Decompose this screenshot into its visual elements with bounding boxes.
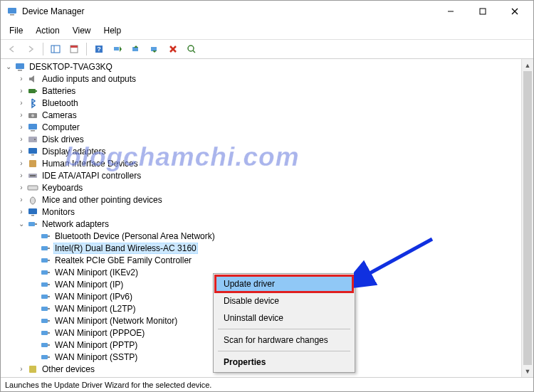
svg-rect-43	[48, 248, 50, 249]
scan-button[interactable]	[109, 41, 126, 57]
scroll-down-icon[interactable]: ▼	[522, 365, 533, 377]
uninstall-button[interactable]	[164, 41, 182, 57]
back-button[interactable]	[4, 41, 21, 57]
tree-device[interactable]: Realtek PCIe GbE Family Controller	[28, 254, 532, 266]
collapse-icon[interactable]: ⌄	[4, 63, 14, 70]
tree-panel[interactable]: ⌄ DESKTOP-TVAG3KQ ›Audio inputs and outp…	[1, 59, 533, 377]
category-icon	[27, 206, 38, 218]
scroll-up-icon[interactable]: ▲	[522, 59, 533, 71]
expand-icon[interactable]: ›	[16, 111, 26, 119]
context-update-driver[interactable]: Update driver	[215, 275, 353, 292]
expand-icon[interactable]: ›	[16, 184, 26, 191]
menu-view[interactable]: View	[67, 23, 97, 38]
svg-rect-52	[41, 307, 48, 311]
tree-label: Network adapters	[41, 219, 110, 229]
svg-rect-37	[31, 215, 34, 216]
svg-rect-38	[28, 222, 35, 226]
svg-point-17	[188, 46, 194, 51]
expand-icon[interactable]: ›	[16, 87, 26, 95]
expand-icon[interactable]: ›	[16, 208, 26, 216]
tree-label: WAN Miniport (PPPOE)	[53, 328, 146, 338]
disable-device-button[interactable]	[146, 41, 163, 57]
tree-device[interactable]: Intel(R) Dual Band Wireless-AC 3160	[28, 242, 532, 254]
svg-rect-21	[28, 89, 36, 93]
expand-icon[interactable]: ›	[16, 123, 26, 131]
properties-button[interactable]	[66, 41, 83, 57]
category-icon	[27, 158, 38, 169]
expand-icon[interactable]: ›	[16, 135, 26, 143]
toolbar: ?	[1, 40, 533, 59]
context-separator	[218, 351, 350, 351]
network-adapter-icon	[40, 255, 51, 266]
category-icon	[27, 170, 38, 181]
expand-icon[interactable]: ›	[16, 365, 26, 373]
tree-category[interactable]: ›Computer	[15, 121, 532, 133]
update-driver-button[interactable]	[127, 41, 145, 57]
toolbar-separator	[43, 43, 43, 55]
tree-label: WAN Miniport (SSTP)	[53, 352, 139, 362]
expand-icon[interactable]: ›	[16, 159, 26, 167]
context-separator	[218, 329, 350, 329]
category-icon	[27, 85, 38, 97]
tree-category[interactable]: ›Keyboards	[15, 181, 532, 194]
tree-category[interactable]: ›Audio inputs and outputs	[15, 73, 532, 85]
category-icon	[27, 182, 38, 194]
context-uninstall-device[interactable]: Uninstall device	[215, 309, 353, 327]
vertical-scrollbar[interactable]: ▲ ▼	[521, 59, 533, 377]
context-disable-device[interactable]: Disable device	[215, 292, 353, 309]
tree-category[interactable]: ›Cameras	[15, 109, 532, 121]
expand-icon[interactable]: ›	[16, 99, 26, 107]
network-adapter-icon	[40, 243, 51, 254]
show-hide-tree-button[interactable]	[47, 41, 64, 57]
app-icon	[6, 6, 18, 17]
context-properties[interactable]: Properties	[215, 354, 353, 371]
scroll-thumb[interactable]	[523, 71, 532, 365]
title-bar[interactable]: Device Manager	[1, 1, 533, 22]
svg-line-18	[193, 51, 195, 53]
scan-hardware-button[interactable]	[183, 41, 200, 57]
help-button[interactable]: ?	[90, 41, 108, 57]
menu-file[interactable]: File	[4, 23, 28, 38]
network-adapter-icon	[40, 279, 51, 290]
menu-action[interactable]: Action	[30, 23, 65, 38]
svg-point-28	[34, 139, 36, 140]
tree-label: Display adapters	[41, 147, 107, 157]
svg-rect-34	[28, 186, 38, 190]
tree-label: WAN Miniport (Network Monitor)	[53, 316, 179, 326]
svg-rect-58	[41, 343, 48, 347]
tree-label: Keyboards	[41, 183, 84, 193]
tree-category[interactable]: ›Human Interface Devices	[15, 157, 532, 169]
svg-rect-44	[41, 258, 48, 263]
minimize-button[interactable]	[434, 1, 466, 21]
expand-icon[interactable]: ›	[16, 147, 26, 155]
expand-icon[interactable]: ›	[16, 75, 26, 83]
category-icon	[27, 134, 38, 145]
tree-category[interactable]: ›Mice and other pointing devices	[15, 194, 532, 206]
expand-icon[interactable]: ›	[16, 171, 26, 179]
tree-category[interactable]: ›Bluetooth	[15, 97, 532, 109]
category-icon	[27, 194, 38, 206]
svg-rect-47	[48, 272, 50, 273]
tree-category[interactable]: ›Batteries	[15, 85, 532, 97]
category-icon	[27, 122, 38, 133]
svg-rect-49	[48, 284, 50, 285]
collapse-icon[interactable]: ⌄	[16, 220, 26, 228]
tree-device[interactable]: Bluetooth Device (Personal Area Network)	[28, 230, 532, 242]
tree-root[interactable]: ⌄ DESKTOP-TVAG3KQ	[2, 60, 532, 73]
context-scan-hardware[interactable]: Scan for hardware changes	[215, 332, 353, 349]
svg-rect-55	[48, 320, 50, 322]
tree-category[interactable]: ›Monitors	[15, 206, 532, 218]
tree-label: DESKTOP-TVAG3KQ	[28, 62, 114, 72]
forward-button[interactable]	[22, 41, 39, 57]
svg-rect-12	[114, 47, 119, 51]
svg-rect-19	[16, 63, 24, 69]
tree-label: Computer	[41, 122, 81, 132]
menu-help[interactable]: Help	[98, 23, 127, 38]
close-button[interactable]	[498, 1, 530, 21]
tree-category[interactable]: ›Disk drives	[15, 133, 532, 145]
expand-icon[interactable]: ›	[16, 196, 26, 203]
tree-category[interactable]: ⌄Network adapters	[15, 218, 532, 230]
tree-category[interactable]: ›Display adapters	[15, 145, 532, 157]
tree-category[interactable]: ›IDE ATA/ATAPI controllers	[15, 169, 532, 181]
maximize-button[interactable]	[466, 1, 498, 21]
